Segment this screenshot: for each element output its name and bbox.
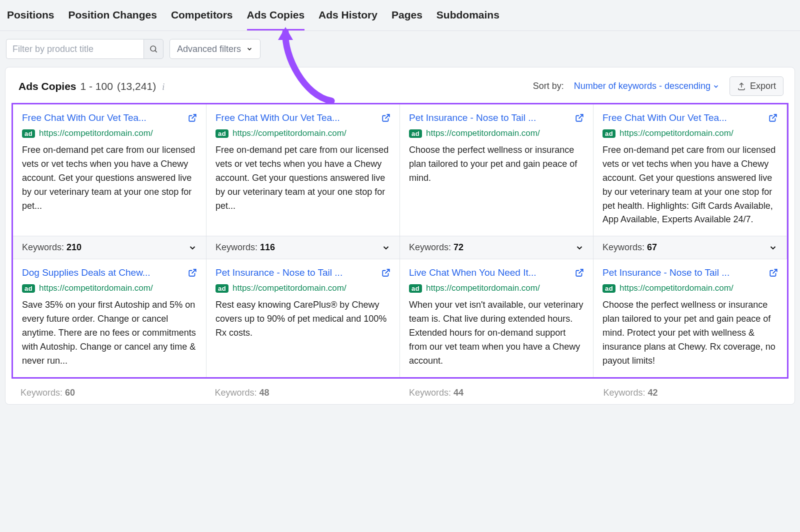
export-icon: [737, 82, 746, 91]
ad-url[interactable]: https://competitordomain.com/: [232, 128, 346, 138]
ad-card: Pet Insurance - Nose to Tail ... ad http…: [400, 104, 594, 259]
tab-position-changes[interactable]: Position Changes: [68, 9, 157, 30]
keywords-count: 44: [454, 388, 464, 398]
ad-badge: ad: [22, 129, 35, 138]
filter-bar: Advanced filters: [0, 31, 800, 67]
ad-description: Free on-demand pet care from our license…: [602, 143, 778, 227]
chevron-down-icon: [575, 243, 584, 252]
advanced-filters-button[interactable]: Advanced filters: [170, 39, 260, 59]
partial-footer-row: Keywords: 60 Keywords: 48 Keywords: 44 K…: [12, 382, 788, 404]
ad-badge: ad: [602, 129, 616, 138]
filter-input[interactable]: [6, 39, 144, 59]
ad-card: Dog Supplies Deals at Chew... ad https:/…: [13, 259, 206, 377]
chevron-down-icon: [712, 83, 720, 90]
keywords-count: 72: [454, 242, 464, 252]
keywords-toggle[interactable]: Keywords: 72: [400, 236, 593, 259]
ad-badge: ad: [409, 129, 422, 138]
keywords-count: 42: [648, 388, 658, 398]
keywords-toggle[interactable]: Keywords: 116: [206, 236, 400, 259]
tab-pages[interactable]: Pages: [392, 9, 422, 30]
ad-url[interactable]: https://competitordomain.com/: [39, 283, 153, 293]
tab-ads-copies[interactable]: Ads Copies: [247, 9, 305, 30]
ad-card: Pet Insurance - Nose to Tail ... ad http…: [206, 259, 400, 377]
ads-grid: Free Chat With Our Vet Tea... ad https:/…: [12, 103, 788, 379]
ad-url[interactable]: https://competitordomain.com/: [620, 283, 734, 293]
ad-description: Save 35% on your first Autoship and 5% o…: [22, 298, 197, 368]
ad-description: Choose the perfect wellness or insurance…: [602, 298, 778, 368]
ad-title[interactable]: Pet Insurance - Nose to Tail ...: [216, 267, 342, 278]
chevron-down-icon: [382, 243, 390, 252]
ad-title[interactable]: Pet Insurance - Nose to Tail ...: [409, 112, 536, 123]
external-link-icon[interactable]: [575, 113, 584, 122]
ad-card: Live Chat When You Need It... ad https:/…: [400, 259, 594, 377]
keywords-count: 210: [66, 242, 82, 252]
external-link-icon[interactable]: [575, 268, 584, 277]
panel-title: Ads Copies: [18, 80, 76, 92]
ad-title[interactable]: Live Chat When You Need It...: [409, 267, 536, 278]
keywords-label: Keywords:: [22, 242, 64, 252]
keywords-toggle[interactable]: Keywords: 67: [594, 236, 786, 259]
ad-url[interactable]: https://competitordomain.com/: [39, 128, 153, 138]
tabs-bar: Positions Position Changes Competitors A…: [0, 0, 800, 31]
external-link-icon[interactable]: [768, 113, 778, 122]
keywords-count: 60: [65, 388, 75, 398]
ad-card: Pet Insurance - Nose to Tail ... ad http…: [594, 259, 787, 377]
info-icon[interactable]: i: [162, 82, 164, 92]
ad-card: Free Chat With Our Vet Tea... ad https:/…: [13, 104, 206, 259]
tab-positions[interactable]: Positions: [7, 9, 54, 30]
keywords-count: 116: [260, 242, 275, 252]
export-label: Export: [750, 81, 776, 91]
ad-badge: ad: [22, 284, 35, 293]
ad-description: When your vet isn't available, our veter…: [409, 298, 584, 368]
external-link-icon[interactable]: [188, 268, 197, 277]
panel-total: (13,241): [117, 80, 156, 92]
ad-title[interactable]: Pet Insurance - Nose to Tail ...: [602, 267, 730, 278]
svg-point-0: [150, 46, 156, 51]
tab-competitors[interactable]: Competitors: [171, 9, 233, 30]
ad-badge: ad: [216, 129, 228, 138]
keywords-toggle[interactable]: Keywords: 210: [13, 236, 206, 259]
sort-value-text: Number of keywords - descending: [574, 81, 710, 91]
ad-description: Free on-demand pet care from our license…: [216, 143, 390, 213]
external-link-icon[interactable]: [382, 113, 390, 122]
ad-description: Rest easy knowing CarePlus® by Chewy cov…: [216, 298, 390, 340]
external-link-icon[interactable]: [382, 268, 390, 277]
svg-line-1: [155, 50, 157, 52]
tab-ads-history[interactable]: Ads History: [318, 9, 378, 30]
chevron-down-icon: [188, 243, 197, 252]
ad-title[interactable]: Free Chat With Our Vet Tea...: [216, 112, 340, 123]
search-button[interactable]: [144, 39, 164, 59]
ad-badge: ad: [602, 284, 616, 293]
external-link-icon[interactable]: [188, 113, 197, 122]
chevron-down-icon: [246, 45, 253, 52]
ad-badge: ad: [216, 284, 228, 293]
ad-card: Free Chat With Our Vet Tea... ad https:/…: [206, 104, 400, 259]
ads-copies-panel: Ads Copies 1 - 100 (13,241) i Sort by: N…: [5, 67, 795, 405]
keywords-count: 67: [647, 242, 657, 252]
search-icon: [149, 44, 158, 53]
ad-title[interactable]: Free Chat With Our Vet Tea...: [602, 112, 727, 123]
sort-dropdown[interactable]: Number of keywords - descending: [574, 81, 720, 91]
ad-url[interactable]: https://competitordomain.com/: [620, 128, 734, 138]
advanced-filters-label: Advanced filters: [177, 44, 241, 54]
panel-range: 1 - 100: [80, 80, 113, 92]
tab-subdomains[interactable]: Subdomains: [436, 9, 500, 30]
chevron-down-icon: [768, 243, 778, 252]
ad-description: Choose the perfect wellness or insurance…: [409, 143, 584, 185]
ad-badge: ad: [409, 284, 422, 293]
ad-title[interactable]: Free Chat With Our Vet Tea...: [22, 112, 146, 123]
ad-title[interactable]: Dog Supplies Deals at Chew...: [22, 267, 150, 278]
export-button[interactable]: Export: [730, 76, 784, 96]
ad-url[interactable]: https://competitordomain.com/: [426, 283, 540, 293]
external-link-icon[interactable]: [769, 268, 778, 277]
ad-description: Free on-demand pet care from our license…: [22, 143, 197, 213]
ad-url[interactable]: https://competitordomain.com/: [232, 283, 346, 293]
keywords-count: 48: [260, 388, 270, 398]
ad-url[interactable]: https://competitordomain.com/: [426, 128, 540, 138]
ad-card: Free Chat With Our Vet Tea... ad https:/…: [594, 104, 787, 259]
sort-label: Sort by:: [533, 81, 564, 91]
